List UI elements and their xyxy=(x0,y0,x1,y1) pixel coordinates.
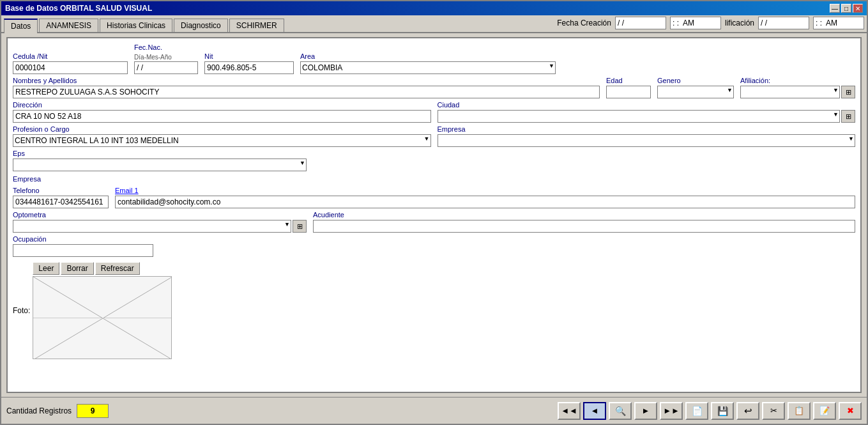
tab-diagnostico[interactable]: Diagnostico xyxy=(174,19,228,32)
profesion-select[interactable]: CENTRO INTEGRAL LA 10 INT 103 MEDELLIN xyxy=(13,134,431,147)
nav-next-button[interactable]: ► xyxy=(634,402,657,420)
window-controls: — □ ✕ xyxy=(830,4,863,13)
nit-input[interactable] xyxy=(204,61,294,74)
direccion-input[interactable] xyxy=(13,110,431,123)
maximize-button[interactable]: □ xyxy=(841,4,851,13)
eps-label: Eps xyxy=(13,150,307,157)
telefono-label: Telefono xyxy=(13,187,109,194)
nav-paste-button[interactable]: 📝 xyxy=(813,402,836,420)
tab-datos[interactable]: Datos xyxy=(4,19,38,33)
fecha-creacion-label: Fecha Creación xyxy=(557,19,611,27)
tab-historias[interactable]: Historias Clinicas xyxy=(100,19,172,32)
svg-line-0 xyxy=(33,277,171,359)
acudiente-label: Acudiente xyxy=(313,211,855,219)
email1-input[interactable] xyxy=(115,196,855,208)
nombres-label: Nombres y Apellidos xyxy=(13,77,600,84)
nav-search-button[interactable]: 🔍 xyxy=(609,402,632,420)
window-title: Base de Datos ORBITAL SALUD VISUAL xyxy=(5,4,152,13)
ocupacion-input[interactable] xyxy=(13,244,153,257)
genero-label: Genero xyxy=(657,77,734,84)
ciudad-select[interactable] xyxy=(438,110,841,123)
ocupacion-label: Ocupación xyxy=(13,235,855,243)
cedula-input[interactable] xyxy=(13,61,128,74)
direccion-label: Dirección xyxy=(13,101,431,109)
clasificacion-date-input[interactable] xyxy=(758,17,809,29)
fecha-creacion-input[interactable] xyxy=(615,17,666,29)
clasificacion-label: lificación xyxy=(725,19,754,27)
afiliacion-select[interactable] xyxy=(740,86,840,98)
nav-new-button[interactable]: 📄 xyxy=(685,402,708,420)
optometra-select[interactable] xyxy=(13,220,291,233)
nav-prev-button[interactable]: ◄ xyxy=(583,402,606,420)
close-button[interactable]: ✕ xyxy=(853,4,863,13)
afiliacion-grid-button[interactable]: ⊞ xyxy=(841,86,855,98)
area-select[interactable]: COLOMBIA xyxy=(300,61,556,74)
fec-nac-label: Fec.Nac. xyxy=(134,43,198,51)
cantidad-label: Cantidad Registros xyxy=(6,406,72,415)
area-label: Area xyxy=(300,52,556,60)
optometra-label: Optometra xyxy=(13,211,307,219)
profesion-label: Profesion o Cargo xyxy=(13,125,431,133)
nit-label: Nit xyxy=(204,52,294,60)
tab-schirmer[interactable]: SCHIRMER xyxy=(229,19,284,32)
nav-last-button[interactable]: ►► xyxy=(660,402,683,420)
minimize-button[interactable]: — xyxy=(830,4,840,13)
foto-placeholder xyxy=(33,276,172,359)
acudiente-input[interactable] xyxy=(313,220,855,233)
bottom-bar: Cantidad Registros 9 ◄◄ ◄ 🔍 ► ►► 📄 💾 ↩ ✂… xyxy=(1,397,867,424)
afiliacion-label: Afiliación: xyxy=(740,77,855,84)
edad-label: Edad xyxy=(606,77,651,84)
eps-select[interactable] xyxy=(13,158,307,171)
foto-label: Foto: xyxy=(13,306,30,315)
foto-leer-button[interactable]: Leer xyxy=(33,262,59,275)
fec-nac-input[interactable] xyxy=(134,61,198,74)
nav-save-button[interactable]: 💾 xyxy=(711,402,734,420)
nav-first-button[interactable]: ◄◄ xyxy=(558,402,581,420)
email1-label[interactable]: Email 1 xyxy=(115,187,855,194)
telefono-input[interactable] xyxy=(13,196,109,208)
foto-refrescar-button[interactable]: Refrescar xyxy=(95,262,140,275)
optometra-grid-button[interactable]: ⊞ xyxy=(293,220,307,233)
foto-x-icon xyxy=(33,277,171,359)
cedula-label: Cedula /Nit xyxy=(13,52,128,60)
ciudad-label: Ciudad xyxy=(438,101,856,109)
tab-anamnesis[interactable]: ANAMNESIS xyxy=(39,19,98,32)
fecha-creacion-time-input[interactable] xyxy=(670,17,721,29)
empresa-top-label: Empresa xyxy=(438,125,856,133)
tabs-bar: Datos ANAMNESIS Historias Clinicas Diagn… xyxy=(1,15,867,33)
cantidad-value: 9 xyxy=(77,404,109,418)
clasificacion-time-input[interactable] xyxy=(813,17,864,29)
edad-input[interactable] xyxy=(606,86,651,98)
ciudad-grid-button[interactable]: ⊞ xyxy=(841,110,855,123)
genero-select[interactable] xyxy=(657,86,734,98)
foto-borrar-button[interactable]: Borrar xyxy=(61,262,93,275)
nav-undo-button[interactable]: ↩ xyxy=(736,402,759,420)
nombres-input[interactable] xyxy=(13,86,600,98)
nav-delete-button[interactable]: ✖ xyxy=(839,402,862,420)
title-bar: Base de Datos ORBITAL SALUD VISUAL — □ ✕ xyxy=(1,1,867,15)
empresa-top-select[interactable] xyxy=(438,134,856,147)
fec-nac-sublabel: Día-Mes-Año xyxy=(134,54,172,61)
nav-cut-button[interactable]: ✂ xyxy=(762,402,785,420)
empresa-telefono-label: Empresa xyxy=(13,175,109,183)
nav-copy-button[interactable]: 📋 xyxy=(788,402,811,420)
